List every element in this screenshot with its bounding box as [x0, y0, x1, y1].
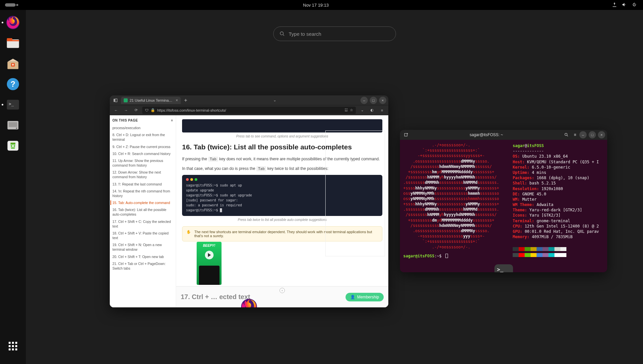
- video-title: BEEPY!: [203, 244, 215, 247]
- new-tab-button[interactable]: +: [182, 97, 189, 104]
- svg-rect-3: [7, 40, 19, 41]
- window-close-button[interactable]: ×: [379, 97, 386, 104]
- toc-link[interactable]: 17. Ctrl + Shift + C: Copy the selected …: [112, 219, 173, 229]
- toc-link[interactable]: 18. Ctrl + Shift + V: Paste the copied t…: [112, 231, 173, 240]
- search-placeholder: Type to search: [289, 31, 321, 37]
- toc-link[interactable]: process/execution: [112, 126, 173, 130]
- terminal-menu-button[interactable]: ≡: [571, 131, 579, 139]
- toc-link[interactable]: 16. Tab (twice): List all the possible a…: [112, 207, 173, 217]
- terminal-maximize-button[interactable]: □: [589, 131, 596, 138]
- apps-grid-icon: [9, 342, 17, 350]
- nav-forward-button[interactable]: →: [122, 107, 130, 114]
- terminal-window-preview[interactable]: sagar@itsFOSS: ~ ≡ – □ × .-/+oossssoo+/-…: [400, 130, 607, 272]
- files-icon: [6, 36, 20, 50]
- svg-rect-11: [9, 122, 17, 127]
- tab-close-icon[interactable]: ×: [176, 98, 178, 103]
- pocket-icon[interactable]: ⌄: [358, 107, 366, 114]
- power-icon[interactable]: [632, 2, 637, 8]
- window-app-icon: >_: [494, 264, 513, 272]
- browser-tab[interactable]: 21 Useful Linux Termina… ×: [121, 97, 181, 104]
- menu-icon[interactable]: ≡: [378, 107, 386, 114]
- firefox-window-preview[interactable]: 21 Useful Linux Termina… × + ⌄ – □ × ← →…: [110, 95, 388, 307]
- dock-files[interactable]: [5, 35, 21, 51]
- trash-icon: [6, 138, 20, 153]
- list-tabs-icon[interactable]: ⌄: [271, 97, 279, 104]
- toc-link[interactable]: 19. Ctrl + Shift + N: Open a new termina…: [112, 242, 173, 252]
- toc-header: ON THIS PAGE: [112, 119, 138, 122]
- toc-link[interactable]: 11. Up Arrow: Show the previous command …: [112, 158, 173, 168]
- terminal-new-tab-button[interactable]: [402, 131, 411, 139]
- software-icon: [6, 56, 20, 71]
- dock-software[interactable]: [5, 56, 21, 72]
- terminal-close-button[interactable]: ×: [598, 131, 605, 138]
- svg-text:?: ?: [11, 79, 16, 88]
- svg-point-19: [565, 133, 567, 135]
- toc-link[interactable]: 8. Ctrl + D: Logout or exit from the ter…: [112, 132, 173, 142]
- ad-sidebar-placeholder: [325, 130, 385, 256]
- dock-help[interactable]: ?: [5, 76, 21, 92]
- page-toc-sidebar: ON THIS PAGE≡ process/execution8. Ctrl +…: [110, 115, 176, 307]
- svg-text:>_: >_: [9, 101, 14, 106]
- activities-overview[interactable]: Type to search 21 Useful Linux Termina… …: [26, 10, 643, 364]
- toc-link[interactable]: 10. Ctrl + R: Search command history: [112, 151, 173, 156]
- tab-favicon: [124, 98, 128, 102]
- toc-link[interactable]: 15. Tab: Auto-complete the command: [110, 200, 173, 205]
- shield-icon: 🛡: [145, 108, 149, 112]
- toc-collapse-icon[interactable]: ≡: [171, 119, 173, 122]
- url-text: https://itsfoss.com/linux-terminal-short…: [157, 108, 343, 112]
- reader-icon[interactable]: ☳: [345, 108, 348, 112]
- neofetch-info: sagar@itsFOSS-------------OS: Ubuntu 23.…: [513, 143, 599, 257]
- window-app-icon: [240, 298, 258, 307]
- terminal-search-button[interactable]: [562, 131, 571, 139]
- tab-title: 21 Useful Linux Termina…: [130, 98, 172, 102]
- help-icon: ?: [6, 77, 20, 91]
- firefox-sidebar-toggle[interactable]: [112, 97, 119, 104]
- video-thumbnail[interactable]: BEEPY!: [197, 242, 222, 285]
- close-ad-icon[interactable]: ×: [280, 288, 285, 293]
- window-maximize-button[interactable]: □: [370, 97, 377, 104]
- bookmark-icon[interactable]: ☆: [350, 108, 353, 112]
- note-icon: ✋: [186, 230, 191, 238]
- svg-rect-16: [115, 99, 117, 102]
- url-bar[interactable]: 🛡 🔒 https://itsfoss.com/linux-terminal-s…: [142, 107, 356, 114]
- nav-back-button[interactable]: ←: [112, 107, 120, 114]
- search-icon: [280, 31, 285, 36]
- svg-rect-14: [11, 143, 16, 144]
- terminal-icon: >_: [6, 97, 20, 112]
- svg-rect-15: [114, 99, 115, 102]
- toc-link[interactable]: 13. !!: Repeat the last command: [112, 182, 173, 186]
- toc-link[interactable]: 20. Ctrl + Shift + T: Open new tab: [112, 254, 173, 259]
- clock[interactable]: Nov 17 19:13: [20, 3, 612, 8]
- dock-firefox[interactable]: [5, 15, 21, 30]
- window-minimize-button[interactable]: –: [360, 97, 368, 104]
- svg-point-12: [16, 128, 17, 129]
- account-icon[interactable]: ◐: [368, 107, 376, 114]
- membership-button[interactable]: 👤Membership: [346, 293, 384, 301]
- article-footer-bar: 17. Ctrl + … ected text × 👤Membership: [176, 286, 388, 307]
- activities-button[interactable]: [0, 3, 20, 7]
- dock-terminal[interactable]: >_: [5, 97, 21, 113]
- svg-rect-18: [405, 133, 407, 136]
- next-heading-preview: 17. Ctrl + … ected text: [181, 293, 250, 301]
- topbar: Nov 17 19:13: [0, 0, 643, 10]
- toc-link[interactable]: 21. Ctrl + Tab or Ctrl + PageDown: Switc…: [112, 261, 173, 271]
- play-icon: [205, 251, 214, 259]
- network-icon[interactable]: [612, 2, 617, 8]
- overview-search[interactable]: Type to search: [273, 26, 396, 41]
- terminal-minimize-button[interactable]: –: [579, 131, 587, 138]
- dock: ? >_: [0, 10, 26, 364]
- toc-link[interactable]: 9. Ctrl + Z: Pause the current process: [112, 144, 173, 149]
- article-main: Press tab to see command, options and ar…: [176, 115, 388, 307]
- terminal-title: sagar@itsFOSS: ~: [411, 132, 562, 137]
- dock-trash[interactable]: [5, 138, 21, 154]
- firefox-icon: [6, 15, 20, 30]
- show-apps-button[interactable]: [5, 338, 21, 354]
- toc-link[interactable]: 14. !n: Repeat the nth command from hist…: [112, 189, 173, 198]
- volume-icon[interactable]: [622, 2, 627, 8]
- lock-icon: 🔒: [151, 108, 155, 112]
- dock-disk[interactable]: [5, 117, 21, 133]
- disk-icon: [6, 118, 20, 132]
- nav-reload-button[interactable]: ⟳: [132, 107, 140, 114]
- toc-link[interactable]: 12. Down Arrow: Show the next command fr…: [112, 170, 173, 179]
